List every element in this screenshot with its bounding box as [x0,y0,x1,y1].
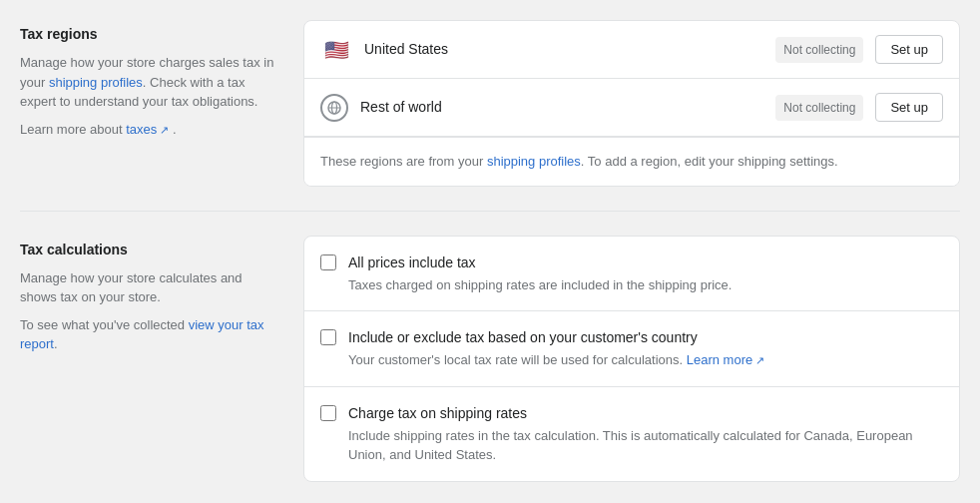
charge-tax-label: Charge tax on shipping rates [348,403,943,424]
include-exclude-row: Include or exclude tax based on your cus… [304,311,959,387]
page-container: Tax regions Manage how your store charge… [0,0,980,503]
regions-info-row: These regions are from your shipping pro… [304,137,959,186]
us-setup-button[interactable]: Set up [875,35,943,64]
report-prefix: To see what you've collected [20,317,189,332]
row-setup-button[interactable]: Set up [875,93,943,122]
all-prices-content: All prices include tax Taxes charged on … [348,252,943,295]
all-prices-row: All prices include tax Taxes charged on … [304,237,959,312]
tax-calculations-card: All prices include tax Taxes charged on … [303,236,960,482]
include-exclude-label: Include or exclude tax based on your cus… [348,327,943,348]
learn-more-link[interactable]: Learn more [687,352,765,367]
tax-regions-section: Tax regions Manage how your store charge… [20,20,960,187]
tax-regions-description: Manage how your store charges sales tax … [20,53,279,112]
learn-more-prefix: Learn more about [20,122,126,137]
include-exclude-content: Include or exclude tax based on your cus… [348,327,943,370]
include-exclude-checkbox[interactable] [320,329,336,345]
all-prices-desc: Taxes charged on shipping rates are incl… [348,275,943,295]
all-prices-checkbox[interactable] [320,254,336,270]
charge-tax-row: Charge tax on shipping rates Include shi… [304,387,959,481]
info-suffix: . To add a region, edit your shipping se… [581,154,838,169]
row-region-name: Rest of world [360,97,775,118]
globe-icon [320,94,348,122]
charge-tax-content: Charge tax on shipping rates Include shi… [348,403,943,465]
us-flag-icon: 🇺🇸 [320,38,352,62]
tax-calculations-left: Tax calculations Manage how your store c… [20,236,279,482]
us-status-badge: Not collecting [775,37,863,63]
tax-regions-title: Tax regions [20,24,279,45]
us-region-row: 🇺🇸 United States Not collecting Set up [304,21,959,79]
include-exclude-desc-text: Your customer's local tax rate will be u… [348,352,687,367]
tax-calculations-title: Tax calculations [20,240,279,260]
tax-calculations-description: Manage how your store calculates and sho… [20,268,279,307]
shipping-profiles-link-1[interactable]: shipping profiles [49,75,143,90]
tax-calculations-report: To see what you've collected view your t… [20,315,279,354]
charge-tax-desc: Include shipping rates in the tax calcul… [348,426,943,465]
info-prefix: These regions are from your [320,154,487,169]
tax-regions-card: 🇺🇸 United States Not collecting Set up R… [303,20,960,187]
tax-regions-learn-more: Learn more about taxes . [20,120,279,140]
tax-calculations-section: Tax calculations Manage how your store c… [20,236,960,482]
taxes-link[interactable]: taxes [126,122,169,137]
us-region-name: United States [364,39,775,60]
all-prices-label: All prices include tax [348,252,943,273]
section-divider [20,211,960,212]
tax-regions-left: Tax regions Manage how your store charge… [20,20,279,187]
charge-tax-checkbox[interactable] [320,405,336,421]
row-status-badge: Not collecting [775,95,863,121]
include-exclude-desc: Your customer's local tax rate will be u… [348,350,943,370]
shipping-profiles-link-2[interactable]: shipping profiles [487,154,581,169]
row-region-row: Rest of world Not collecting Set up [304,79,959,137]
